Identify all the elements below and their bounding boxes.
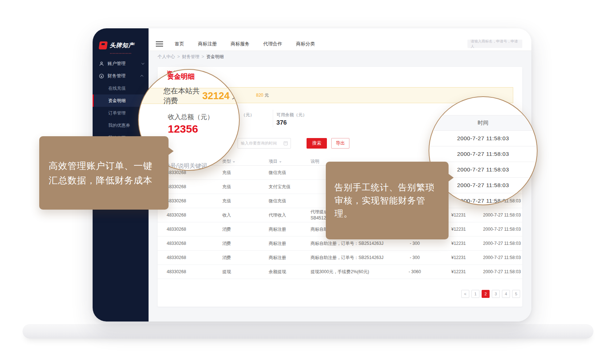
sort-caret-icon: [279, 161, 281, 163]
col-project[interactable]: 项目: [269, 158, 311, 165]
logo-text: 头牌知产: [110, 42, 134, 49]
top-nav-item[interactable]: 商标注册: [198, 41, 217, 47]
top-navbar: 首页商标注册商标服务代理合作商标分类 请输入商标名，申请号，申请人: [149, 28, 531, 51]
stat-divider: [273, 110, 273, 127]
magnified-banner-amount: 32124: [202, 90, 230, 102]
magnified-time-header: 时间: [429, 115, 537, 131]
logo[interactable]: 头牌知产: [93, 28, 149, 52]
col-type[interactable]: 类型: [222, 158, 269, 165]
magnified-time-cell: 2000-7-27 11:58:03: [429, 146, 537, 162]
callout-left: 高效管理账户订单、一键 汇总数据，降低财务成本: [39, 136, 169, 210]
top-nav-item[interactable]: 代理合作: [263, 41, 282, 47]
callout-right: 告别手工统计、告别繁琐 审核，实现智能财务管 理。: [326, 162, 449, 239]
wallet-icon: [99, 73, 104, 79]
top-nav-items: 首页商标注册商标服务代理合作商标分类: [175, 41, 315, 47]
magnified-banner-prefix: 您在本站共消费: [163, 86, 200, 106]
magnified-tab-label: 资金明细: [167, 72, 195, 81]
stat-mid-label: （元）: [241, 112, 254, 118]
banner-unit: 元: [264, 92, 269, 98]
callout-right-text: 告别手工统计、告别繁琐 审核，实现智能财务管 理。: [335, 182, 434, 218]
stat-balance-value: 376: [276, 119, 287, 126]
sidebar-subitem[interactable]: 在线充值: [93, 82, 149, 94]
laptop-base: [23, 324, 593, 339]
pagination-page[interactable]: 2: [482, 290, 490, 298]
breadcrumb: 个人中心>财务管理>资金明细: [149, 51, 531, 62]
top-nav-item[interactable]: 商标服务: [231, 41, 250, 47]
sidebar-item-label: 财务管理: [108, 73, 126, 79]
callout-arrow-right-icon: [448, 174, 454, 182]
date-range-input[interactable]: 输入你要查询的时间: [238, 138, 291, 149]
breadcrumb-separator: >: [177, 54, 180, 59]
sort-caret-icon: [233, 161, 235, 163]
banner-amount-fragment: 820: [256, 93, 263, 98]
breadcrumb-item[interactable]: 资金明细: [206, 54, 224, 60]
search-input[interactable]: 请输入商标名，申请号，申请人: [467, 40, 522, 48]
magnified-banner: 您在本站共消费 32124 大: [139, 88, 239, 104]
logo-subtext-dots: [110, 53, 131, 54]
sidebar-item-finance[interactable]: 财务管理: [93, 70, 149, 82]
pagination-page[interactable]: 5: [512, 290, 520, 298]
marketing-stage: 头牌知产 账户管理 财务管理 在线充值资金明细订单管理我的优惠券我的发票: [0, 0, 616, 364]
table-row[interactable]: 48330268 提现 余额提现 提现3000元，手续费2%(60元) - 30…: [158, 265, 522, 279]
pagination-page[interactable]: 1: [471, 290, 479, 298]
calendar-icon: [284, 141, 288, 145]
magnified-income-label: 收入总额（元）: [168, 113, 214, 121]
table-row[interactable]: 48330268 消费 商标注册 商标自助注册，订单号：SB2514263J -…: [158, 251, 522, 265]
breadcrumb-item[interactable]: 个人中心: [158, 54, 175, 60]
date-placeholder: 输入你要查询的时间: [241, 141, 277, 146]
user-icon: [99, 61, 104, 66]
pagination: <12345>: [158, 290, 522, 298]
search-button[interactable]: 搜索: [307, 138, 327, 149]
callout-arrow-right-icon: [168, 147, 174, 155]
sidebar-item-account[interactable]: 账户管理: [93, 57, 149, 70]
breadcrumb-separator: >: [202, 54, 204, 59]
logo-icon: [98, 41, 108, 49]
top-nav-item[interactable]: 首页: [175, 41, 184, 47]
magnified-income-value: 12356: [168, 123, 198, 135]
hamburger-icon[interactable]: [156, 41, 163, 46]
breadcrumb-item[interactable]: 财务管理: [182, 54, 199, 60]
chevron-up-icon: [140, 75, 143, 78]
callout-left-text: 高效管理账户订单、一键 汇总数据，降低财务成本: [49, 161, 153, 186]
pagination-page[interactable]: 4: [502, 290, 510, 298]
sidebar-item-label: 账户管理: [108, 61, 126, 67]
top-nav-item[interactable]: 商标分类: [296, 41, 315, 47]
pagination-page[interactable]: 3: [492, 290, 500, 298]
chevron-down-icon: [141, 61, 144, 64]
magnified-time-cell: 2000-7-27 11:58:03: [429, 131, 537, 146]
pagination-prev[interactable]: <: [461, 290, 469, 298]
stat-balance-label: 可用余额（元）: [276, 112, 307, 118]
export-button[interactable]: 导出: [331, 138, 349, 149]
